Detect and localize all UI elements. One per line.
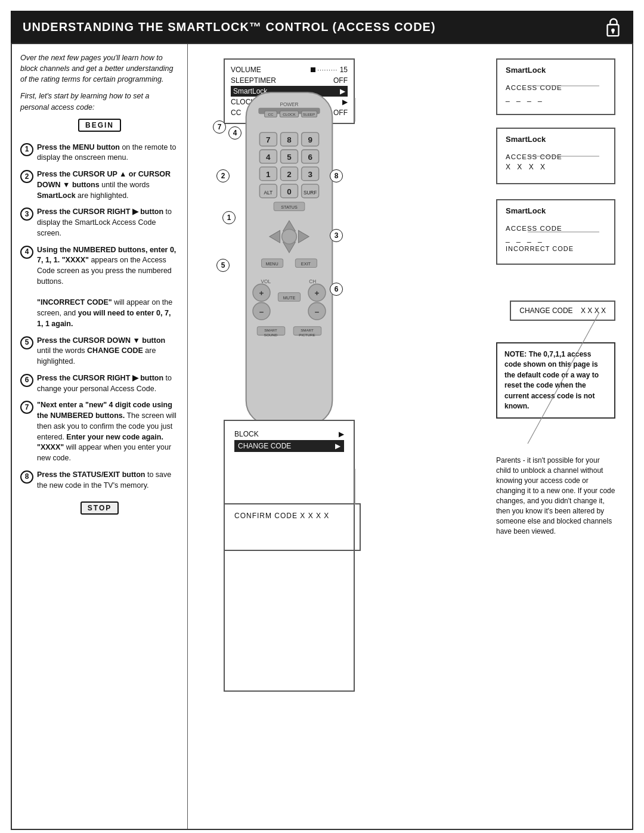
page-title: Understanding the SmartLock™ Control (Ac…: [23, 20, 436, 34]
step-label-5: 5: [216, 259, 230, 272]
screen1-title: SmartLock: [506, 66, 606, 75]
svg-text:SLEEP: SLEEP: [303, 112, 315, 116]
svg-text:SMART: SMART: [301, 328, 314, 332]
svg-text:6: 6: [308, 153, 312, 162]
screen3-title: SmartLock: [506, 206, 606, 215]
change-code-row: CHANGE CODE ▶: [234, 440, 344, 452]
step-4: 4 Using the NUMBERED buttons, enter 0, 7…: [20, 245, 179, 330]
stop-badge: STOP: [80, 501, 119, 515]
svg-text:SOUND: SOUND: [264, 333, 278, 337]
step-6: 6 Press the CURSOR RIGHT ▶ button to cha…: [20, 373, 179, 395]
step-5: 5 Press the CURSOR DOWN ▼ button until t…: [20, 336, 179, 367]
svg-text:3: 3: [308, 170, 312, 179]
page-header: Understanding the SmartLock™ Control (Ac…: [11, 11, 633, 43]
begin-badge: BEGIN: [78, 119, 121, 132]
screen3-value: _ _ _ _: [506, 234, 606, 243]
intro-text: Over the next few pages you'll learn how…: [20, 52, 179, 85]
change-code-value: X X X X: [581, 306, 606, 315]
svg-text:–: –: [315, 307, 320, 316]
left-panel: Over the next few pages you'll learn how…: [12, 44, 188, 829]
note-text: NOTE: The 0,7,1,1 access code shown on t…: [504, 350, 599, 410]
svg-text:4: 4: [266, 153, 271, 162]
svg-text:1: 1: [266, 170, 271, 179]
main-content: Over the next few pages you'll learn how…: [11, 43, 633, 830]
block-row: BLOCK ▶: [234, 428, 344, 440]
svg-text:MENU: MENU: [265, 261, 278, 267]
step-label-3: 3: [330, 229, 343, 242]
svg-point-42: [282, 229, 297, 244]
step-label-7: 7: [213, 120, 226, 134]
svg-text:SMART: SMART: [264, 328, 277, 332]
screen2-value: X X X X: [506, 163, 606, 171]
svg-text:CLOCK: CLOCK: [283, 112, 296, 116]
screen2-title: SmartLock: [506, 135, 606, 144]
svg-text:–: –: [259, 307, 264, 316]
svg-text:+: +: [315, 289, 320, 298]
step-label-2: 2: [216, 169, 230, 182]
step-1: 1 Press the MENU button on the remote to…: [20, 143, 179, 164]
svg-text:POWER: POWER: [280, 102, 298, 107]
screen2-label: ACCESS CODE: [506, 153, 606, 160]
lock-icon: [605, 17, 621, 37]
screen3-incorrect: INCORRECT CODE: [506, 245, 606, 252]
svg-text:+: +: [259, 289, 264, 298]
svg-text:EXIT: EXIT: [301, 261, 311, 267]
svg-text:PICTURE: PICTURE: [299, 333, 315, 337]
step-label-8: 8: [330, 169, 343, 182]
step-num-3: 3: [20, 208, 33, 221]
svg-text:ALT: ALT: [264, 190, 273, 196]
svg-text:STATUS: STATUS: [281, 205, 298, 210]
svg-text:5: 5: [287, 153, 292, 162]
svg-text:MUTE: MUTE: [283, 295, 296, 301]
block-screen: BLOCK ▶ CHANGE CODE ▶: [224, 420, 355, 692]
confirm-screen: CONFIRM CODE X X X X: [224, 503, 361, 551]
screen3-label: ACCESS CODE: [506, 225, 606, 232]
confirm-code-label: CONFIRM CODE X X X X: [234, 512, 350, 520]
step-2: 2 Press the CURSOR UP ▲ or CURSOR DOWN ▼…: [20, 169, 179, 201]
svg-rect-2: [612, 31, 614, 34]
vol-bar-icon: [311, 67, 315, 72]
svg-text:9: 9: [308, 135, 312, 144]
step-num-8: 8: [20, 470, 33, 484]
step-num-6: 6: [20, 374, 33, 387]
note-box: NOTE: The 0,7,1,1 access code shown on t…: [496, 342, 615, 419]
step-num-5: 5: [20, 336, 33, 349]
right-panel: VOLUME ········· 15 SLEEPTIMER OFF Smart…: [188, 44, 632, 829]
tv-screen-1: SmartLock ACCESS CODE _ _ _ _: [496, 58, 615, 115]
parent-note: Parents - it isn't possible for your chi…: [496, 456, 615, 537]
svg-text:8: 8: [287, 135, 292, 144]
step-7: 7 "Next enter a "new" 4 digit code using…: [20, 400, 179, 464]
svg-text:7: 7: [266, 135, 270, 144]
step-8: 8 Press the STATUS/EXIT button to save t…: [20, 470, 179, 491]
right-inner: VOLUME ········· 15 SLEEPTIMER OFF Smart…: [194, 50, 626, 823]
svg-text:2: 2: [287, 170, 291, 179]
step-label-6: 6: [330, 283, 343, 296]
step-num-7: 7: [20, 401, 33, 414]
change-code-label: CHANGE CODE: [519, 306, 572, 315]
change-code-screen: CHANGE CODE X X X X: [510, 301, 615, 321]
remote-control: POWER CC CLOCK SLEEP 7 8 9: [224, 74, 385, 414]
screen1-label: ACCESS CODE: [506, 84, 606, 91]
tv-screen-2: SmartLock ACCESS CODE X X X X: [496, 128, 615, 184]
step-num-2: 2: [20, 170, 33, 183]
step-3: 3 Press the CURSOR RIGHT ▶ button to dis…: [20, 207, 179, 239]
intro-first-sentence: First, let's start by learning how to se…: [20, 91, 179, 112]
step-num-1: 1: [20, 143, 33, 156]
svg-text:0: 0: [287, 187, 291, 196]
svg-text:CC: CC: [268, 112, 274, 116]
screen1-value: _ _ _ _: [506, 94, 606, 102]
step-label-4: 4: [228, 126, 242, 140]
svg-text:SURF: SURF: [304, 190, 317, 196]
step-num-4: 4: [20, 246, 33, 259]
step-label-1: 1: [222, 211, 236, 224]
parent-note-text: Parents - it isn't possible for your chi…: [496, 456, 615, 535]
tv-screen-3: SmartLock ACCESS CODE _ _ _ _ INCORRECT …: [496, 199, 615, 265]
